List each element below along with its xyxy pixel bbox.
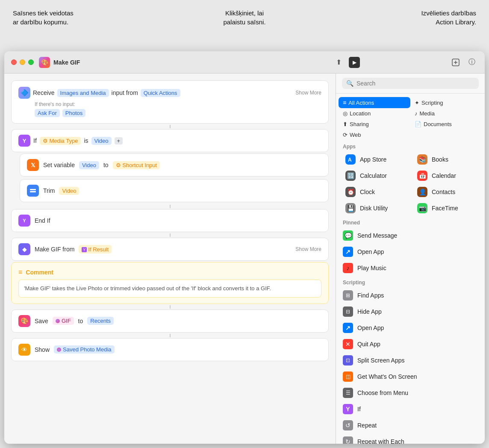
svg-text:A: A	[348, 157, 352, 163]
if-scripting-item[interactable]: Y If	[336, 401, 485, 417]
editor-panel[interactable]: 🔷 Receive Images and Media input from Qu…	[4, 74, 336, 444]
make-gif-block: ◆ Make GIF from Y If Result Show More	[11, 238, 329, 261]
divider-3	[11, 233, 329, 237]
split-screen-item[interactable]: ⊡ Split Screen Apps	[336, 352, 485, 368]
titlebar: 🎨 Make GIF ⬆ ▶ ⓘ	[4, 51, 485, 74]
set-var-input[interactable]: ⚙ Shortcut Input	[113, 161, 160, 169]
location-label: Location	[350, 110, 371, 117]
pinned-section-label: Pinned	[336, 216, 485, 227]
facetime-item[interactable]: 📷 FaceTime	[410, 200, 482, 216]
divider-4	[11, 305, 329, 309]
disk-utility-item[interactable]: 💾 Disk Utility	[339, 200, 410, 216]
ask-for-badge[interactable]: Ask For	[35, 109, 60, 117]
save-to-label: to	[78, 318, 83, 324]
hide-app-icon: ⊟	[343, 307, 353, 317]
if-block: Y If ⚙ Media Type is Video +	[11, 129, 329, 152]
make-gif-source[interactable]: Y If Result	[79, 245, 112, 254]
play-music-item[interactable]: ♪ Play Music	[336, 260, 485, 276]
repeat-icon: ↺	[343, 420, 353, 430]
library-scroll[interactable]: ≡ All Actions ✦ Scripting ◎ Location ♪ M…	[336, 94, 485, 444]
tab-location[interactable]: ◎ Location	[339, 108, 410, 119]
video-badge[interactable]: Video	[91, 137, 112, 145]
content-area: 🔷 Receive Images and Media input from Qu…	[4, 74, 485, 444]
media-label: Media	[420, 110, 435, 117]
repeat-each-item[interactable]: ↻ Repeat with Each	[336, 433, 485, 444]
media-type-badge[interactable]: ⚙ Media Type	[40, 137, 81, 145]
set-var-icon: 𝕏	[27, 159, 39, 171]
comment-block: ≡ Comment 'Make GIF' takes the Live Phot…	[11, 262, 329, 304]
hide-app-item[interactable]: ⊟ Hide App	[336, 304, 485, 320]
open-app-pinned-item[interactable]: ↗ Open App	[336, 244, 485, 260]
minimize-button[interactable]	[20, 59, 25, 65]
send-message-item[interactable]: 💬 Send Message	[336, 227, 485, 244]
repeat-each-icon: ↻	[343, 436, 353, 444]
location-icon: ◎	[343, 110, 348, 117]
maximize-button[interactable]	[28, 59, 34, 65]
app-store-item[interactable]: A App Store	[339, 151, 410, 168]
comment-text: 'Make GIF' takes the Live Photo or trimm…	[18, 280, 321, 298]
scripting-section-label: Scripting	[336, 276, 485, 287]
play-button[interactable]: ▶	[349, 57, 360, 68]
clock-icon: ⏰	[345, 187, 356, 197]
find-apps-item[interactable]: ⊞ Find Apps	[336, 287, 485, 304]
choose-menu-icon: ☰	[343, 388, 353, 398]
info-button[interactable]: ⓘ	[466, 56, 478, 68]
if-scripting-label: If	[357, 406, 361, 413]
end-if-block: Y End If	[11, 209, 329, 232]
show-item[interactable]: Saved Photo Media	[54, 345, 114, 354]
receive-show-more[interactable]: Show More	[295, 90, 321, 96]
if-is-label: is	[84, 137, 88, 144]
photos-badge[interactable]: Photos	[62, 109, 85, 117]
split-screen-icon: ⊡	[343, 355, 353, 365]
save-destination[interactable]: Recents	[87, 317, 114, 325]
ask-badges: Ask For Photos	[35, 109, 321, 117]
receive-source[interactable]: Quick Actions	[141, 89, 180, 97]
trim-variable[interactable]: Video	[59, 187, 79, 195]
books-item[interactable]: 📚 Books	[410, 151, 482, 168]
divider-2	[11, 205, 329, 208]
quit-app-item[interactable]: ✕ Quit App	[336, 336, 485, 352]
repeat-item[interactable]: ↺ Repeat	[336, 417, 485, 433]
make-gif-show-more[interactable]: Show More	[295, 246, 321, 252]
get-screen-icon: ◫	[343, 371, 353, 382]
set-var-variable[interactable]: Video	[79, 161, 99, 169]
trim-block: Trim Video	[20, 179, 329, 202]
web-label: Web	[350, 132, 361, 138]
media-icon: ♪	[415, 110, 418, 117]
search-input[interactable]	[356, 80, 474, 87]
calculator-icon: 🔢	[345, 171, 356, 181]
if-plus[interactable]: +	[115, 137, 123, 144]
calculator-item[interactable]: 🔢 Calculator	[339, 168, 410, 184]
receive-input-from: input from	[112, 89, 138, 96]
tab-documents[interactable]: 📄 Documents	[410, 119, 482, 130]
app-store-label: App Store	[360, 156, 386, 163]
calendar-label: Calendar	[432, 172, 456, 179]
open-app-scripting-item[interactable]: ↗ Open App	[336, 320, 485, 336]
open-app-pinned-label: Open App	[357, 248, 384, 255]
if-label: If	[33, 137, 37, 144]
facetime-label: FaceTime	[432, 205, 458, 212]
share-button[interactable]: ⬆	[333, 56, 345, 68]
tab-scripting[interactable]: ✦ Scripting	[410, 97, 482, 108]
search-bar: 🔍	[342, 78, 479, 89]
tab-sharing[interactable]: ⬆ Sharing	[339, 119, 410, 130]
trim-icon	[27, 185, 39, 197]
repeat-label: Repeat	[357, 422, 377, 429]
save-item[interactable]: GIF	[53, 317, 74, 325]
calendar-item[interactable]: 📅 Calendar	[410, 168, 482, 184]
receive-input-type[interactable]: Images and Media	[57, 89, 109, 97]
tab-web[interactable]: ⟳ Web	[339, 130, 410, 140]
choose-menu-label: Choose from Menu	[357, 389, 408, 396]
get-screen-item[interactable]: ◫ Get What's On Screen	[336, 368, 485, 385]
contacts-item[interactable]: 👤 Contacts	[410, 184, 482, 200]
set-var-to: to	[103, 162, 109, 168]
add-to-library-button[interactable]	[450, 56, 462, 68]
tab-all-actions[interactable]: ≡ All Actions	[339, 97, 410, 108]
close-button[interactable]	[11, 59, 17, 65]
library-header: 🔍	[336, 74, 485, 94]
apps-grid: A App Store 📚 Books 🔢 Calculator	[336, 151, 485, 216]
choose-menu-item[interactable]: ☰ Choose from Menu	[336, 385, 485, 401]
clock-item[interactable]: ⏰ Clock	[339, 184, 410, 200]
calculator-label: Calculator	[360, 172, 387, 179]
tab-media[interactable]: ♪ Media	[410, 108, 482, 119]
